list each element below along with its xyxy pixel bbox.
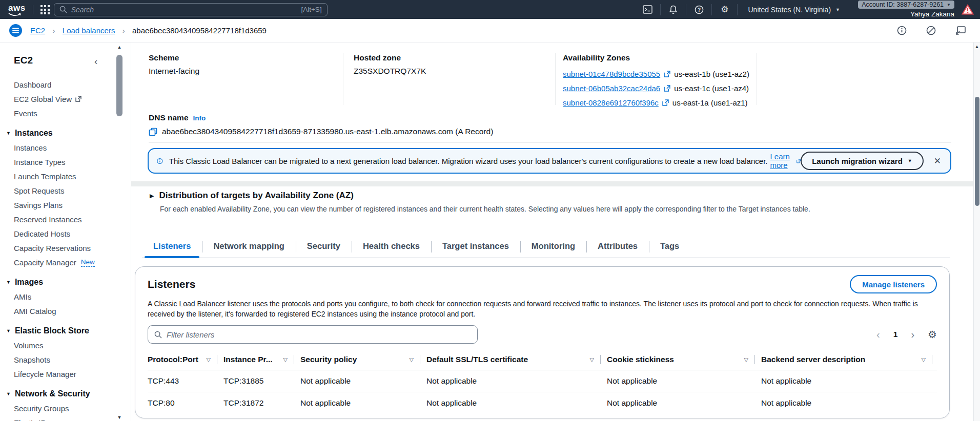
sidebar-item-dedicated-hosts[interactable]: Dedicated Hosts bbox=[14, 226, 131, 241]
gear-glyph: ⚙ bbox=[721, 4, 728, 15]
filter-icon[interactable]: ▽ bbox=[744, 356, 748, 363]
info-icon bbox=[157, 156, 163, 166]
help-icon[interactable]: ? bbox=[686, 4, 711, 15]
global-search[interactable]: [Alt+S] bbox=[54, 3, 328, 16]
manage-listeners-button[interactable]: Manage listeners bbox=[850, 275, 937, 293]
account-id-label: Account ID: 3887-6287-9261 bbox=[862, 1, 944, 8]
user-name[interactable]: Yahya Zakaria bbox=[910, 10, 954, 18]
sidebar-section-instances[interactable]: ▼Instances bbox=[6, 126, 131, 140]
aws-logo[interactable]: aws bbox=[8, 3, 26, 17]
services-grid-icon[interactable] bbox=[40, 5, 50, 14]
tab-network-mapping[interactable]: Network mapping bbox=[202, 236, 295, 258]
sidebar-item-savings-plans[interactable]: Savings Plans bbox=[14, 198, 131, 212]
breadcrumb-bar: EC2 › Load balancers › abae6bec380434095… bbox=[0, 19, 980, 43]
filter-icon[interactable]: ▽ bbox=[590, 356, 594, 363]
search-icon bbox=[154, 331, 162, 339]
menu-toggle-button[interactable] bbox=[9, 24, 22, 37]
region-label: United States (N. Virginia) bbox=[748, 6, 831, 14]
launch-migration-wizard-button[interactable]: Launch migration wizard ▼ bbox=[801, 152, 924, 170]
sidebar-item-label: Dashboard bbox=[14, 80, 51, 89]
circle-slash-icon[interactable] bbox=[926, 26, 936, 35]
info-link[interactable]: Info bbox=[193, 114, 206, 122]
sidebar-item-security-groups[interactable]: Security Groups bbox=[14, 401, 131, 415]
filter-icon[interactable]: ▽ bbox=[207, 356, 211, 363]
sidebar-nav-list: Dashboard EC2 Global View Events ▼Instan… bbox=[14, 77, 131, 421]
sidebar-item-volumes[interactable]: Volumes bbox=[14, 338, 131, 352]
sidebar-item-dashboard[interactable]: Dashboard bbox=[14, 77, 131, 92]
account-id-badge[interactable]: Account ID: 3887-6287-9261 ▼ bbox=[858, 1, 954, 9]
breadcrumb-link-ec2[interactable]: EC2 bbox=[30, 26, 45, 35]
column-header-backend-description: Backend server description▽ bbox=[761, 355, 932, 364]
sidebar-item-launch-templates[interactable]: Launch Templates bbox=[14, 169, 131, 183]
distribution-expand-toggle[interactable]: ▶ Distribution of targets by Availabilit… bbox=[150, 191, 980, 201]
tab-attributes[interactable]: Attributes bbox=[586, 236, 649, 258]
section-divider bbox=[149, 142, 951, 143]
tab-health-checks[interactable]: Health checks bbox=[352, 236, 431, 258]
sidebar-item-amis[interactable]: AMIs bbox=[14, 289, 131, 304]
column-header-instance-protocol: Instance Pr...▽ bbox=[223, 355, 294, 364]
column-header-ssl-certificate: Default SSL/TLS certificate▽ bbox=[426, 355, 601, 364]
listeners-panel: Listeners Manage listeners A Classic Loa… bbox=[135, 266, 950, 418]
tab-tags[interactable]: Tags bbox=[649, 236, 690, 258]
table-row[interactable]: TCP:443 TCP:31885 Not applicable Not app… bbox=[148, 370, 937, 392]
filter-icon[interactable]: ▽ bbox=[922, 356, 926, 363]
sidebar-item-lifecycle-manager[interactable]: Lifecycle Manager bbox=[14, 367, 131, 381]
sidebar-item-instances[interactable]: Instances bbox=[14, 140, 131, 155]
topbar-divider bbox=[33, 5, 33, 14]
learn-more-link[interactable]: Learn more bbox=[770, 152, 794, 170]
filter-icon[interactable]: ▽ bbox=[410, 356, 414, 363]
settings-gear-icon[interactable]: ⚙ bbox=[711, 4, 737, 15]
filter-listeners-input[interactable] bbox=[167, 330, 471, 339]
tab-listeners[interactable]: Listeners bbox=[142, 236, 202, 258]
sidebar-item-reserved-instances[interactable]: Reserved Instances bbox=[14, 212, 131, 226]
split-panel-icon[interactable] bbox=[955, 26, 966, 35]
filter-listeners-field[interactable] bbox=[148, 325, 478, 344]
sidebar-section-elastic-block-store[interactable]: ▼Elastic Block Store bbox=[6, 324, 131, 338]
sidebar-item-label: Reserved Instances bbox=[14, 215, 82, 224]
cell-security-policy: Not applicable bbox=[300, 398, 426, 408]
sidebar-section-images[interactable]: ▼Images bbox=[6, 275, 131, 289]
table-settings-gear-icon[interactable]: ⚙ bbox=[928, 328, 937, 341]
cloudshell-icon[interactable] bbox=[635, 4, 660, 15]
scroll-up-arrow[interactable]: ▲ bbox=[116, 45, 123, 50]
global-search-input[interactable] bbox=[71, 6, 297, 14]
breadcrumb-separator: › bbox=[53, 26, 55, 35]
filter-icon[interactable]: ▽ bbox=[283, 356, 288, 363]
cell-security-policy: Not applicable bbox=[300, 376, 426, 386]
region-selector[interactable]: United States (N. Virginia) ▼ bbox=[737, 4, 850, 15]
notifications-bell-icon[interactable] bbox=[660, 4, 686, 15]
sidebar-section-network-security[interactable]: ▼Network & Security bbox=[6, 387, 131, 401]
copy-icon[interactable] bbox=[149, 128, 157, 136]
page-scrollbar-thumb[interactable] bbox=[975, 97, 979, 206]
close-icon[interactable]: ✕ bbox=[934, 156, 941, 166]
sidebar-item-ec2-global-view[interactable]: EC2 Global View bbox=[14, 92, 131, 106]
sidebar-item-ami-catalog[interactable]: AMI Catalog bbox=[14, 304, 131, 318]
subnet-link[interactable]: subnet-06b05ab32cac24da6 bbox=[563, 84, 660, 93]
tab-target-instances[interactable]: Target instances bbox=[431, 236, 520, 258]
info-icon[interactable] bbox=[897, 26, 907, 35]
scroll-down-arrow[interactable]: ▼ bbox=[116, 415, 123, 420]
svg-text:?: ? bbox=[698, 7, 701, 12]
subnet-link[interactable]: subnet-01c478d9bcde35055 bbox=[563, 70, 660, 78]
sidebar-item-elastic-ips[interactable]: Elastic IPs bbox=[14, 415, 131, 421]
column-header-cookie-stickiness: Cookie stickiness▽ bbox=[607, 355, 755, 364]
table-row[interactable]: TCP:80 TCP:31872 Not applicable Not appl… bbox=[148, 392, 937, 414]
scroll-up-arrow[interactable]: ▲ bbox=[974, 43, 980, 49]
sidebar-scrollbar-thumb[interactable] bbox=[116, 55, 122, 116]
sidebar-collapse-button[interactable]: ‹ bbox=[94, 56, 97, 67]
next-page-button[interactable]: › bbox=[911, 329, 914, 341]
column-label: Backend server description bbox=[761, 355, 865, 364]
sidebar-item-instance-types[interactable]: Instance Types bbox=[14, 155, 131, 169]
sidebar-item-events[interactable]: Events bbox=[14, 106, 131, 120]
subnet-link[interactable]: subnet-0828e6912760f396c bbox=[563, 98, 659, 107]
sidebar-item-spot-requests[interactable]: Spot Requests bbox=[14, 183, 131, 198]
sidebar-section-label: Images bbox=[15, 278, 43, 287]
tab-monitoring[interactable]: Monitoring bbox=[520, 236, 586, 258]
tab-security[interactable]: Security bbox=[296, 236, 352, 258]
sidebar-item-label: Instances bbox=[14, 143, 47, 152]
sidebar-item-capacity-reservations[interactable]: Capacity Reservations bbox=[14, 241, 131, 255]
breadcrumb-link-load-balancers[interactable]: Load balancers bbox=[63, 26, 115, 35]
sidebar-item-snapshots[interactable]: Snapshots bbox=[14, 352, 131, 367]
sidebar-item-capacity-manager[interactable]: Capacity ManagerNew bbox=[14, 255, 131, 269]
previous-page-button[interactable]: ‹ bbox=[876, 329, 880, 341]
